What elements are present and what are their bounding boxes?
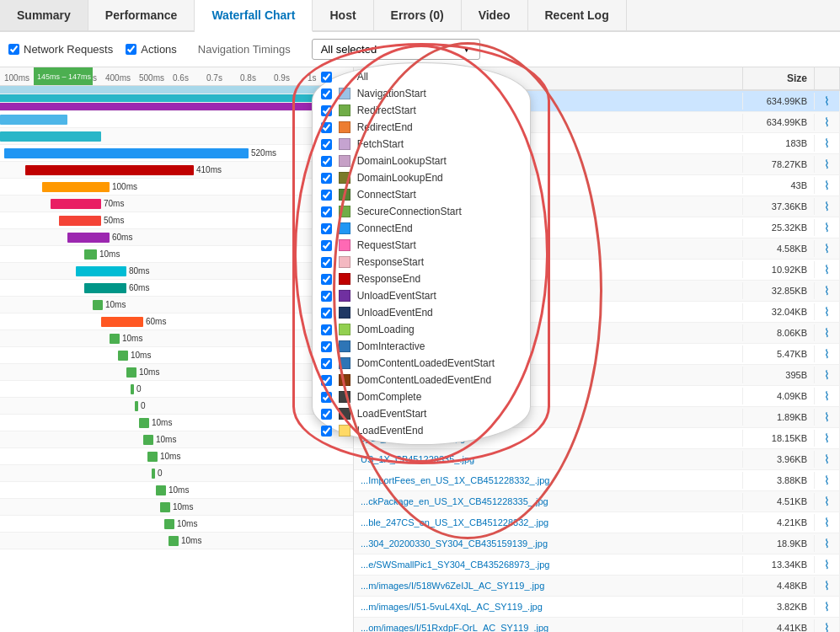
actions-checkbox[interactable] (126, 44, 136, 55)
table-row[interactable]: ...e/SWSmallPic1_SY304_CB435268973_.jpg1… (354, 554, 840, 576)
dropdown-item-checkbox[interactable] (321, 426, 332, 437)
dropdown-item[interactable]: RedirectEnd (313, 119, 530, 136)
navigation-timings-dropdown[interactable]: All selected ▼ AllNavigationStartRedirec… (312, 39, 480, 60)
dropdown-item-checkbox[interactable] (321, 324, 332, 335)
chart-row[interactable]: 80ms (0, 263, 353, 280)
dropdown-item[interactable]: RedirectStart (313, 102, 530, 119)
dropdown-button[interactable]: All selected ▼ (312, 39, 480, 60)
table-row[interactable]: ...ImportFees_en_US_1X_CB451228332_.jpg3… (354, 470, 840, 491)
tab-host[interactable]: Host (313, 0, 373, 30)
dropdown-item[interactable]: DomContentLoadedEventEnd (313, 372, 530, 388)
dropdown-item[interactable]: ResponseEnd (313, 270, 530, 287)
tab-performance[interactable]: Performance (88, 0, 195, 30)
dropdown-item[interactable]: DomContentLoadedEventStart (313, 355, 530, 372)
dropdown-item[interactable]: DomComplete (313, 388, 530, 405)
dropdown-item[interactable]: DomainLookupStart (313, 153, 530, 169)
dropdown-item[interactable]: ResponseStart (313, 254, 530, 270)
chart-row[interactable]: 0 (0, 465, 353, 482)
chart-row[interactable]: 10ms (0, 415, 353, 431)
tab-video[interactable]: Video (462, 0, 528, 30)
dropdown-item-checkbox[interactable] (321, 190, 332, 201)
dropdown-item-checkbox[interactable] (321, 375, 332, 386)
chart-row[interactable]: 10ms (0, 246, 353, 263)
dropdown-item-checkbox[interactable] (321, 173, 332, 184)
dropdown-item-checkbox[interactable] (321, 409, 332, 420)
dropdown-item-checkbox[interactable] (321, 223, 332, 234)
dropdown-item[interactable]: NavigationStart (313, 85, 530, 102)
dropdown-item-checkbox[interactable] (321, 274, 332, 285)
dropdown-item-checkbox[interactable] (321, 105, 332, 116)
table-row[interactable]: ...ble_247CS_en_US_1X_CB451228332_.jpg4.… (354, 512, 840, 533)
chart-row[interactable]: 10ms (0, 431, 353, 448)
chart-row[interactable]: 10ms (0, 364, 353, 381)
actions-toggle[interactable]: Actions (126, 43, 177, 56)
chart-row[interactable]: 10ms (0, 499, 353, 516)
dropdown-item[interactable]: RequestStart (313, 237, 530, 254)
dropdown-item-checkbox[interactable] (321, 257, 332, 268)
chart-row[interactable]: 0 (0, 398, 353, 415)
dropdown-item[interactable]: FetchStart (313, 136, 530, 153)
chart-row[interactable]: 10ms (0, 347, 353, 364)
chart-row[interactable] (0, 128, 353, 145)
chart-row[interactable]: 60ms (0, 313, 353, 330)
chart-row[interactable]: 100ms (0, 179, 353, 195)
tab-waterfall[interactable]: Waterfall Chart (195, 0, 313, 32)
dropdown-item-checkbox[interactable] (321, 392, 332, 403)
color-swatch (339, 121, 350, 133)
chart-row[interactable]: 10ms (0, 330, 353, 347)
trend-icon: ⌇ (824, 453, 830, 466)
chart-row[interactable]: 10ms (0, 482, 353, 499)
dropdown-item[interactable]: DomLoading (313, 321, 530, 338)
network-requests-toggle[interactable]: Network Requests (8, 43, 113, 56)
dropdown-item[interactable]: DomainLookupEnd (313, 169, 530, 186)
dropdown-item[interactable]: UnloadEventStart (313, 287, 530, 304)
tab-errors[interactable]: Errors (0) (374, 0, 462, 30)
dropdown-item-checkbox[interactable] (321, 88, 332, 99)
bar-label: 10ms (173, 502, 193, 511)
dropdown-item[interactable]: All (313, 68, 530, 85)
tab-recentlog[interactable]: Recent Log (528, 0, 627, 30)
dropdown-item-checkbox[interactable] (321, 122, 332, 133)
dropdown-item-checkbox[interactable] (321, 358, 332, 369)
dropdown-item-label: DomLoading (357, 324, 415, 335)
chart-row[interactable]: 60ms (0, 229, 353, 246)
dropdown-item-checkbox[interactable] (321, 206, 332, 217)
chart-row[interactable]: 10ms (0, 297, 353, 313)
table-row[interactable]: ...ckPackage_en_US_1X_CB451228335_.jpg4.… (354, 491, 840, 512)
chart-row[interactable]: 10ms (0, 516, 353, 533)
dropdown-item-checkbox[interactable] (321, 139, 332, 150)
dropdown-item-checkbox[interactable] (321, 72, 332, 83)
chart-row[interactable]: 50ms (0, 212, 353, 229)
dropdown-item-checkbox[interactable] (321, 156, 332, 167)
chart-row[interactable]: 10ms (0, 533, 353, 549)
chart-row[interactable]: 520ms (0, 145, 353, 162)
dropdown-item[interactable]: DomInteractive (313, 338, 530, 355)
table-row[interactable]: ...m/images/I/518Wv6ZeIJL_AC_SY119_.jpg4… (354, 576, 840, 597)
dropdown-item[interactable]: ConnectEnd (313, 220, 530, 237)
table-row[interactable]: ...m/images/I/51-5vuL4XqL_AC_SY119_.jpg3… (354, 597, 840, 618)
chart-row[interactable]: 0 (0, 381, 353, 398)
size-cell: 37.36KB (743, 198, 815, 215)
dropdown-item-checkbox[interactable] (321, 341, 332, 352)
chart-row[interactable]: 70ms (0, 195, 353, 212)
chart-row[interactable]: 60ms (0, 280, 353, 297)
dropdown-item[interactable]: UnloadEventEnd (313, 304, 530, 321)
dropdown-item[interactable]: LoadEventStart (313, 405, 530, 422)
table-row[interactable]: US_1X_CB451228335_.jpg3.96KB⌇ (354, 449, 840, 470)
dropdown-item[interactable]: ConnectStart (313, 186, 530, 203)
table-row[interactable]: ...304_20200330_SY304_CB435159139_.jpg18… (354, 533, 840, 554)
size-cell: 43B (743, 177, 815, 194)
chart-row[interactable]: 410ms (0, 162, 353, 179)
url-cell: ...ImportFees_en_US_1X_CB451228332_.jpg (354, 472, 743, 489)
dropdown-item[interactable]: SecureConnectionStart (313, 203, 530, 220)
dropdown-item[interactable]: LoadEventEnd (313, 422, 530, 439)
chart-row[interactable] (0, 111, 353, 128)
dropdown-item-checkbox[interactable] (321, 291, 332, 302)
network-requests-checkbox[interactable] (8, 44, 19, 55)
dropdown-item-checkbox[interactable] (321, 308, 332, 319)
tab-summary[interactable]: Summary (0, 0, 88, 30)
chart-row[interactable]: 10ms (0, 448, 353, 465)
dropdown-item-checkbox[interactable] (321, 240, 332, 251)
table-row[interactable]: ...om/images/I/51RxdpF-OrL_AC_SY119_.jpg… (354, 618, 840, 632)
size-cell: 634.99KB (743, 93, 815, 110)
